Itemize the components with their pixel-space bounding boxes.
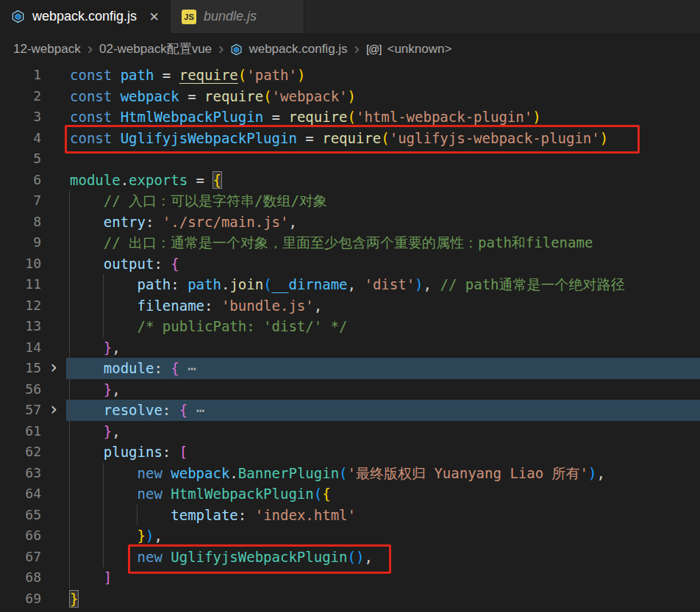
line-number: 65 (0, 505, 41, 526)
fold-chevron-icon[interactable]: › (41, 358, 66, 379)
line-content[interactable]: }, (66, 337, 700, 359)
line-content[interactable]: ] (66, 567, 700, 588)
line-content[interactable]: new HtmlWebpackPlugin({ (66, 483, 700, 505)
code-token: 'dist' (364, 276, 415, 292)
breadcrumb-symbol[interactable]: <unknown> (387, 42, 451, 57)
indent-guide (103, 525, 104, 547)
line-content[interactable]: filename: 'bundle.js', (66, 295, 700, 317)
code-line[interactable]: 3const HtmlWebpackPlugin = require('html… (0, 107, 700, 128)
line-content[interactable]: const HtmlWebpackPlugin = require('html-… (66, 107, 700, 128)
fold-chevron-icon[interactable]: › (41, 400, 66, 421)
line-number: 64 (0, 483, 41, 505)
line-content[interactable]: path: path.join(__dirname, 'dist'), // p… (66, 274, 700, 295)
code-line[interactable]: 64 new HtmlWebpackPlugin({ (0, 483, 700, 505)
code-line[interactable]: 12 filename: 'bundle.js', (0, 295, 700, 317)
line-number: 7 (0, 190, 41, 212)
code-line[interactable]: 15› module: { ⋯ (0, 358, 700, 379)
tab-bundle-js[interactable]: JS bundle.js (171, 0, 304, 33)
code-line[interactable]: 2const webpack = require('webpack') (0, 86, 700, 107)
code-line[interactable]: 67 new UglifyjsWebpackPlugin(), (0, 547, 700, 568)
code-token: output (104, 256, 154, 272)
code-line[interactable]: 6module.exports = { (0, 170, 700, 191)
code-token: 'html-webpack-plugin' (356, 109, 532, 125)
code-token: : (171, 276, 188, 292)
line-content[interactable]: // 出口：通常是一个对象，里面至少包含两个重要的属性：path和filenam… (66, 232, 700, 253)
code-token: : (238, 507, 255, 523)
code-token: { (322, 486, 330, 502)
code-token: = (154, 67, 179, 83)
chevron-right-icon: › (354, 41, 360, 57)
code-line[interactable]: 13 /* publicPath: 'dist/' */ (0, 316, 700, 337)
line-content[interactable]: output: { (66, 253, 700, 275)
indent-guide (69, 463, 70, 484)
line-content[interactable]: plugins: [ (66, 442, 700, 463)
code-line[interactable]: 68 ] (0, 567, 700, 588)
code-token: ) (356, 549, 364, 565)
breadcrumb-folder[interactable]: 12-webpack (13, 42, 81, 57)
line-content[interactable]: module.exports = { (66, 170, 700, 191)
line-number: 66 (0, 525, 41, 547)
line-content[interactable]: /* publicPath: 'dist/' */ (66, 316, 700, 337)
line-content[interactable]: new UglifyjsWebpackPlugin(), (66, 547, 700, 568)
line-content[interactable]: module: { ⋯ (66, 358, 700, 379)
line-content[interactable]: } (66, 588, 700, 610)
line-content[interactable]: resolve: { ⋯ (66, 400, 700, 421)
code-token (70, 402, 104, 418)
code-token: } (104, 381, 112, 397)
line-content[interactable] (66, 148, 700, 170)
code-token: const (70, 88, 121, 104)
line-content[interactable]: const UglifyjsWebpackPlugin = require('u… (66, 128, 700, 149)
line-content[interactable]: const webpack = require('webpack') (66, 86, 700, 107)
line-content[interactable]: entry: './src/main.js', (66, 212, 700, 233)
code-area[interactable]: 1const path = require('path')2const webp… (0, 65, 700, 612)
line-content[interactable]: template: 'index.html' (66, 505, 700, 526)
line-content[interactable]: const path = require('path') (66, 65, 700, 86)
code-line[interactable]: 62 plugins: [ (0, 442, 700, 463)
line-content[interactable]: }), (66, 525, 700, 547)
code-line[interactable]: 1const path = require('path') (0, 65, 700, 86)
code-line[interactable]: 4const UglifyjsWebpackPlugin = require('… (0, 128, 700, 149)
code-token: , (596, 465, 604, 481)
code-line[interactable]: 69} (0, 588, 700, 610)
code-token (70, 339, 104, 356)
code-token (70, 381, 104, 397)
code-token (70, 256, 104, 272)
code-line[interactable]: 66 }), (0, 525, 700, 547)
code-token: UglifyjsWebpackPlugin (121, 130, 297, 146)
code-token: ) (600, 130, 608, 146)
code-token: // 入口：可以是字符串/数组/对象 (104, 192, 327, 209)
code-token: module (70, 172, 121, 188)
code-line[interactable]: 63 new webpack.BannerPlugin('最终版权归 Yuany… (0, 463, 700, 484)
fold-gutter (41, 316, 66, 337)
tab-webpack-config-js[interactable]: webpack.config.js × (0, 0, 171, 33)
code-line[interactable]: 5 (0, 148, 700, 170)
code-line[interactable]: 10 output: { (0, 253, 700, 275)
code-line[interactable]: 56 }, (0, 379, 700, 400)
breadcrumb-file[interactable]: webpack.config.js (249, 42, 347, 57)
code-token (70, 444, 104, 460)
code-token: require (204, 88, 263, 104)
code-line[interactable]: 9 // 出口：通常是一个对象，里面至少包含两个重要的属性：path和filen… (0, 232, 700, 253)
breadcrumb-folder[interactable]: 02-webpack配置vue (99, 40, 212, 57)
line-content[interactable]: }, (66, 379, 700, 400)
code-token: // 出口：通常是一个对象，里面至少包含两个重要的属性：path和filenam… (104, 234, 593, 251)
code-line[interactable]: 11 path: path.join(__dirname, 'dist'), /… (0, 274, 700, 295)
code-token: { (171, 256, 179, 272)
code-token: , (364, 549, 372, 565)
code-line[interactable]: 65 template: 'index.html' (0, 505, 700, 526)
code-line[interactable]: 7 // 入口：可以是字符串/数组/对象 (0, 190, 700, 212)
fold-gutter (41, 107, 66, 128)
code-line[interactable]: 14 }, (0, 337, 700, 359)
fold-gutter (41, 65, 66, 86)
indent-guide (69, 505, 70, 526)
line-content[interactable]: // 入口：可以是字符串/数组/对象 (66, 190, 700, 212)
fold-gutter (41, 567, 66, 588)
line-content[interactable]: }, (66, 421, 700, 442)
code-token: resolve (104, 402, 162, 418)
code-line[interactable]: 57› resolve: { ⋯ (0, 400, 700, 421)
line-content[interactable]: new webpack.BannerPlugin('最终版权归 Yuanyang… (66, 463, 700, 484)
close-icon[interactable]: × (149, 9, 159, 25)
breadcrumb: 12-webpack › 02-webpack配置vue › webpack.c… (0, 33, 700, 65)
code-line[interactable]: 8 entry: './src/main.js', (0, 212, 700, 233)
code-line[interactable]: 61 }, (0, 421, 700, 442)
